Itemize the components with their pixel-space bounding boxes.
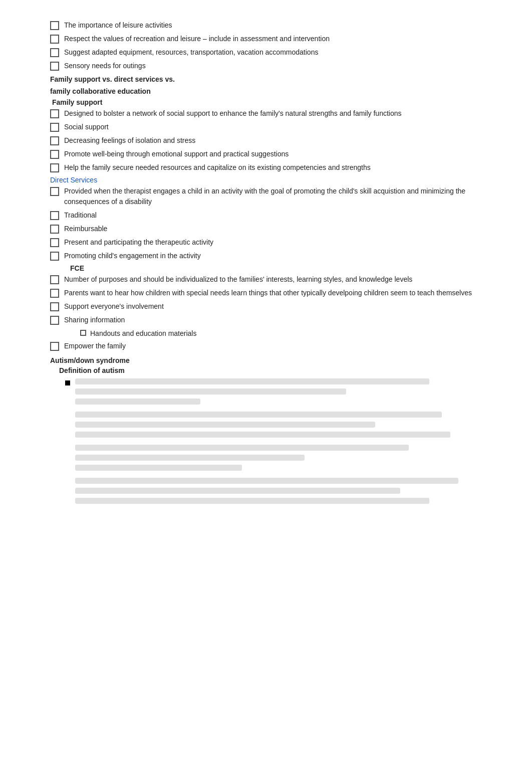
direct-services-label: Direct Services <box>50 176 492 184</box>
list-item: Respect the values of recreation and lei… <box>50 34 492 44</box>
blurred-line <box>75 432 450 438</box>
blurred-line <box>75 445 409 451</box>
item-text: Promoting child's engagement in the acti… <box>64 251 492 261</box>
bullet-icon <box>50 163 59 172</box>
family-support-vs-heading: Family support vs. direct services vs. <box>50 75 492 83</box>
list-item: Designed to bolster a network of social … <box>50 108 492 119</box>
fce-label: FCE <box>50 264 492 272</box>
item-text: Traditional <box>64 210 492 221</box>
item-text: Reimbursable <box>64 224 492 234</box>
blurred-line <box>75 378 429 384</box>
list-item: The importance of leisure activities <box>50 20 492 31</box>
bullet-icon <box>50 62 59 71</box>
list-item: Provided when the therapist engages a ch… <box>50 186 492 207</box>
blurred-line <box>75 455 305 461</box>
item-text: Promote well-being through emotional sup… <box>64 149 492 159</box>
list-item: Promote well-being through emotional sup… <box>50 149 492 159</box>
item-text: Provided when the therapist engages a ch… <box>64 186 492 207</box>
item-text: Suggest adapted equipment, resources, tr… <box>64 47 492 58</box>
bullet-icon <box>50 35 59 44</box>
list-item: Suggest adapted equipment, resources, tr… <box>50 47 492 58</box>
item-text: Designed to bolster a network of social … <box>64 108 492 119</box>
sharing-sub-list: Handouts and education materials <box>80 328 492 339</box>
bullet-icon <box>50 252 59 261</box>
item-text: Support everyone's involvement <box>64 301 492 312</box>
list-item: Traditional <box>50 210 492 221</box>
blurred-line <box>75 412 442 418</box>
list-item: Help the family secure needed resources … <box>50 162 492 173</box>
list-item: Decreasing feelings of isolation and str… <box>50 135 492 146</box>
autism-heading: Autism/down syndrome <box>50 356 492 364</box>
leisure-list: The importance of leisure activities Res… <box>50 20 492 71</box>
list-item: Number of purposes and should be individ… <box>50 274 492 285</box>
bullet-icon <box>50 211 59 220</box>
content-wrapper: The importance of leisure activities Res… <box>50 20 492 508</box>
item-text: Number of purposes and should be individ… <box>64 274 492 285</box>
bullet-icon <box>50 48 59 57</box>
black-square-icon <box>65 380 70 385</box>
bullet-icon <box>50 123 59 132</box>
blurred-line <box>75 498 429 504</box>
item-text: The importance of leisure activities <box>64 20 492 31</box>
list-item: Reimbursable <box>50 224 492 234</box>
list-item: Empower the family <box>50 341 492 351</box>
blurred-line <box>75 388 346 395</box>
bullet-icon <box>50 316 59 325</box>
blurred-content-block <box>50 378 492 508</box>
bullet-icon <box>50 342 59 351</box>
def-item <box>65 378 492 508</box>
sharing-sub: Handouts and education materials <box>50 328 492 339</box>
bullet-icon <box>50 289 59 298</box>
bullet-icon <box>50 275 59 284</box>
blurred-line <box>75 422 375 428</box>
item-text: Handouts and education materials <box>90 328 196 339</box>
bullet-icon <box>50 109 59 118</box>
empower-list: Empower the family <box>50 341 492 351</box>
item-text: Help the family secure needed resources … <box>64 162 492 173</box>
bullet-icon <box>80 330 86 336</box>
bullet-icon <box>50 302 59 311</box>
item-text: Sharing information <box>64 315 492 325</box>
blurred-line <box>75 488 400 494</box>
list-item: Present and participating the therapeuti… <box>50 237 492 248</box>
bullet-icon <box>50 150 59 159</box>
item-text: Sensory needs for outings <box>64 61 492 71</box>
item-text: Social support <box>64 122 492 132</box>
blurred-line <box>75 465 242 471</box>
direct-services-list: Provided when the therapist engages a ch… <box>50 186 492 261</box>
item-text: Respect the values of recreation and lei… <box>64 34 492 44</box>
list-item: Support everyone's involvement <box>50 301 492 312</box>
blurred-text-area <box>75 378 492 508</box>
list-item: Promoting child's engagement in the acti… <box>50 251 492 261</box>
fce-list: Number of purposes and should be individ… <box>50 274 492 325</box>
item-text: Present and participating the therapeuti… <box>64 237 492 248</box>
list-item: Parents want to hear how children with s… <box>50 288 492 298</box>
list-item: Social support <box>50 122 492 132</box>
blurred-line <box>75 399 200 405</box>
bullet-icon <box>50 21 59 30</box>
family-collab-heading: family collaborative education <box>50 87 492 95</box>
list-item: Sharing information <box>50 315 492 325</box>
bullet-icon <box>50 187 59 196</box>
item-text: Decreasing feelings of isolation and str… <box>64 135 492 146</box>
bullet-icon <box>50 238 59 247</box>
item-text: Empower the family <box>64 341 492 351</box>
blurred-line <box>75 478 458 484</box>
family-support-section-label: Family support <box>50 98 492 106</box>
item-text: Parents want to hear how children with s… <box>64 288 492 298</box>
definition-heading: Definition of autism <box>50 366 492 374</box>
bullet-icon <box>50 136 59 145</box>
bullet-icon <box>50 225 59 234</box>
list-item: Sensory needs for outings <box>50 61 492 71</box>
list-item: Handouts and education materials <box>80 328 492 339</box>
family-support-list: Designed to bolster a network of social … <box>50 108 492 173</box>
